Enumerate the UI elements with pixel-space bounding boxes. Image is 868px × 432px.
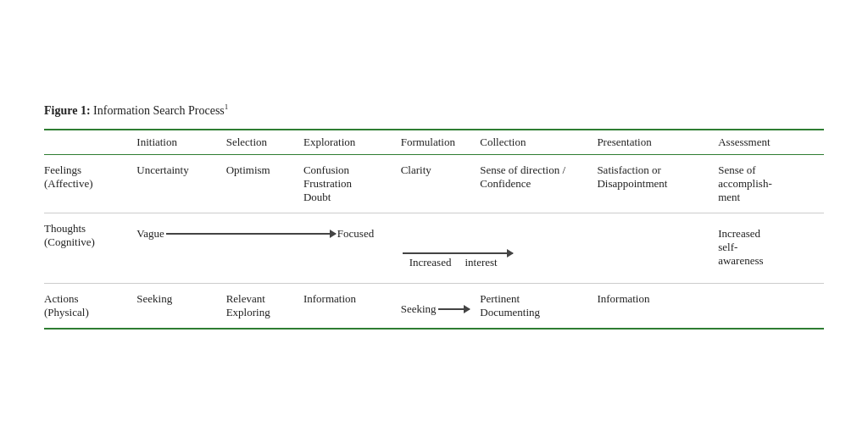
seeking-arrow — [438, 308, 470, 310]
figure-title: Figure 1: Information Search Process1 — [44, 102, 824, 118]
feelings-header: Feelings(Affective) — [44, 155, 133, 213]
feelings-presentation: Satisfaction orDisappointment — [593, 155, 715, 213]
feelings-initiation: Uncertainty — [133, 155, 222, 213]
thoughts-presentation — [593, 213, 715, 284]
table-wrapper: Initiation Selection Exploration Formula… — [44, 129, 824, 330]
interest-label: interest — [465, 256, 497, 269]
actions-assessment — [715, 284, 824, 329]
focused-label: Focused — [337, 227, 374, 241]
header-col3: Exploration — [300, 130, 398, 155]
increased-arrow — [403, 252, 513, 254]
actions-selection: RelevantExploring — [223, 284, 300, 329]
feelings-selection: Optimism — [223, 155, 300, 213]
thoughts-vague-cell: Vague Focused — [133, 213, 397, 284]
actions-collection: PertinentDocumenting — [476, 284, 593, 329]
vague-to-focused-arrow — [166, 233, 336, 235]
increased-label: Increased — [409, 256, 452, 269]
feelings-collection: Sense of direction /Confidence — [476, 155, 593, 213]
feelings-label: Feelings(Affective) — [44, 163, 93, 190]
vague-label: Vague — [136, 227, 164, 241]
header-col5: Collection — [476, 130, 593, 155]
header-col7: Assessment — [715, 130, 824, 155]
actions-formulation: Seeking — [398, 284, 477, 329]
header-col2: Selection — [223, 130, 300, 155]
thoughts-row: Thoughts(Cognitive) Vague Focused — [44, 213, 824, 284]
header-col1: Initiation — [133, 130, 222, 155]
figure-title-bold: Figure 1: — [44, 103, 91, 116]
actions-row: Actions(Physical) Seeking RelevantExplor… — [44, 284, 824, 329]
thoughts-vague-focused: Vague Focused — [136, 227, 392, 241]
figure-superscript: 1 — [225, 102, 229, 111]
thoughts-increased-cell: Increased interest — [398, 213, 594, 284]
actions-presentation: Information — [593, 284, 715, 329]
feelings-assessment: Sense ofaccomplish-ment — [715, 155, 824, 213]
figure-title-text: Information Search Process — [93, 103, 225, 116]
actions-header: Actions(Physical) — [44, 284, 133, 329]
thoughts-assessment: Increasedself-awareness — [715, 213, 824, 284]
thoughts-label: Thoughts(Cognitive) — [44, 222, 95, 248]
thoughts-header: Thoughts(Cognitive) — [44, 213, 133, 284]
isp-table: Initiation Selection Exploration Formula… — [44, 130, 824, 328]
feelings-formulation: Clarity — [398, 155, 477, 213]
page-container: Figure 1: Information Search Process1 In… — [19, 86, 849, 347]
feelings-row: Feelings(Affective) Uncertainty Optimism… — [44, 155, 824, 213]
header-col4: Formulation — [398, 130, 477, 155]
actions-exploration: Information — [300, 284, 398, 329]
actions-initiation: Seeking — [133, 284, 222, 329]
feelings-exploration: ConfusionFrustrationDoubt — [300, 155, 398, 213]
actions-label: Actions(Physical) — [44, 292, 89, 318]
seeking-label-1: Seeking — [401, 302, 437, 316]
header-row: Initiation Selection Exploration Formula… — [44, 130, 824, 155]
header-col0 — [44, 130, 133, 155]
actions-information-label: Information — [303, 292, 356, 306]
header-col6: Presentation — [593, 130, 715, 155]
